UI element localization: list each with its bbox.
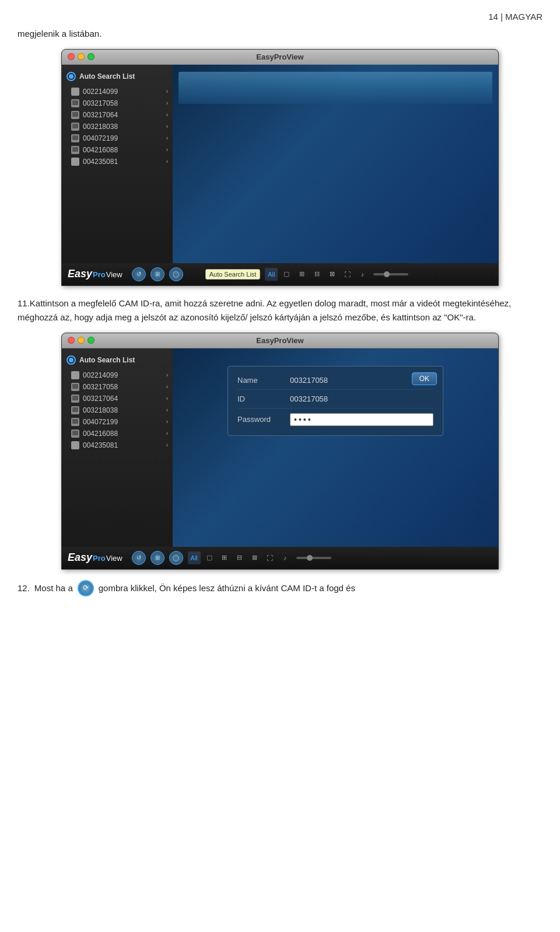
camera-icon [71, 383, 79, 391]
app-sidebar-2: Auto Search List 002214099›003217058›003… [62, 348, 173, 547]
camera-icon [71, 430, 79, 438]
dialog-row: Name003217058 [237, 376, 433, 390]
sidebar-item[interactable]: 003218038› [62, 404, 173, 416]
dialog-ok-button[interactable]: OK [412, 372, 437, 385]
t-icon-nine-1[interactable]: ⊟ [310, 268, 323, 281]
section-11-text: 11.Kattintson a megfelelő CAM ID-ra, ami… [18, 296, 542, 324]
password-dots: •••• [294, 415, 313, 424]
camera-icon [71, 395, 79, 403]
lock-icon [71, 158, 79, 166]
camera-icon [71, 111, 79, 119]
toolbar-logo-1: Easy Pro View [68, 268, 123, 280]
toolbar-btn-refresh-1[interactable]: ↺ [132, 267, 146, 281]
page-header: 14 | MAGYAR [18, 12, 542, 22]
sidebar-header-1: Auto Search List [62, 69, 173, 83]
app-body-2: Auto Search List 002214099›003217058›003… [62, 348, 498, 547]
sidebar-item[interactable]: 003217058› [62, 381, 173, 393]
camera-icon [71, 99, 79, 107]
chevron-right-icon: › [166, 146, 168, 153]
sidebar-item[interactable]: 004072199› [62, 416, 173, 428]
lock-icon [71, 88, 79, 96]
dialog-row: Password•••• [237, 413, 433, 426]
toolbar-slider-2[interactable] [296, 557, 331, 559]
dialog-field-label: Name [237, 376, 290, 385]
sidebar-item[interactable]: 004235081› [62, 439, 173, 451]
logo-pro-2: Pro [93, 554, 106, 563]
app-titlebar-2: EasyProView [62, 333, 498, 348]
inline-camera-icon: ⟳ [78, 580, 94, 596]
close-button-1[interactable] [68, 53, 75, 60]
t-icon-single-1[interactable]: ▢ [280, 268, 293, 281]
chevron-right-icon: › [166, 442, 168, 448]
chevron-right-icon: › [166, 407, 168, 413]
dialog-row: ID003217058 [237, 395, 433, 409]
sidebar-item[interactable]: 004072199› [62, 132, 173, 144]
sidebar-item-label: 004235081 [83, 158, 163, 166]
t-icon-all-2[interactable]: All [188, 551, 201, 564]
sidebar-item[interactable]: 003217064› [62, 393, 173, 404]
t-icon-fullscreen-2[interactable]: ⛶ [264, 551, 276, 564]
toolbar-btn-connect-2[interactable]: ⊞ [150, 551, 164, 565]
app-main-1 [173, 65, 498, 263]
lock-icon [71, 371, 79, 379]
window-controls-2 [68, 337, 94, 344]
t-icon-sixteen-2[interactable]: ⊠ [249, 551, 261, 564]
t-icon-single-2[interactable]: ▢ [203, 551, 216, 564]
toolbar-btn-search-1[interactable]: ◯ [169, 267, 183, 281]
maximize-button-2[interactable] [88, 337, 94, 344]
sidebar-item[interactable]: 004235081› [62, 156, 173, 167]
password-input[interactable]: •••• [290, 413, 433, 426]
window-controls-1 [68, 53, 94, 60]
app-sidebar-1: Auto Search List 002214099›003217058›003… [62, 65, 173, 263]
camera-icon [71, 418, 79, 426]
toolbar-btn-connect-1[interactable]: ⊞ [150, 267, 164, 281]
toolbar-btn-refresh-2[interactable]: ↺ [132, 551, 146, 565]
toolbar-tooltip-1: Auto Search List [205, 269, 261, 280]
toolbar-slider-1[interactable] [373, 273, 408, 275]
section12-text-after: gombra klikkel, Ön képes lesz áthúzni a … [99, 581, 355, 595]
sidebar-item-label: 004216088 [83, 430, 163, 438]
t-icon-sound-1[interactable]: ♪ [356, 268, 369, 281]
chevron-right-icon: › [166, 383, 168, 390]
t-icon-nine-2[interactable]: ⊟ [233, 551, 246, 564]
sidebar-item-label: 003217058 [83, 383, 163, 391]
dialog-field-value: 003217058 [290, 395, 433, 403]
sidebar-item[interactable]: 003218038› [62, 121, 173, 132]
maximize-button-1[interactable] [88, 53, 94, 60]
logo-easy-2: Easy [68, 551, 92, 564]
sidebar-item-label: 003218038 [83, 123, 163, 131]
sidebar-item-label: 002214099 [83, 88, 163, 96]
t-icon-sound-2[interactable]: ♪ [279, 551, 292, 564]
chevron-right-icon: › [166, 395, 168, 402]
sidebar-item[interactable]: 004216088› [62, 428, 173, 439]
t-icon-fullscreen-1[interactable]: ⛶ [341, 268, 354, 281]
chevron-right-icon: › [166, 158, 168, 165]
logo-easy-1: Easy [68, 268, 92, 280]
lock-icon [71, 441, 79, 449]
sidebar-item-label: 002214099 [83, 371, 163, 379]
toolbar-icons-2: All ▢ ⊞ ⊟ ⊠ ⛶ ♪ [188, 551, 292, 564]
t-icon-all-1[interactable]: All [265, 268, 278, 281]
app-toolbar-1: Easy Pro View ↺ ⊞ ◯ Auto Search List All… [62, 263, 498, 285]
toolbar-btn-search-2[interactable]: ◯ [169, 551, 183, 565]
sidebar-item[interactable]: 003217058› [62, 97, 173, 109]
sidebar-item[interactable]: 002214099› [62, 369, 173, 381]
t-icon-sixteen-1[interactable]: ⊠ [326, 268, 338, 281]
logo-view-1: View [106, 270, 123, 279]
app-window-2: EasyProView Auto Search List 002214099›0… [61, 333, 499, 570]
minimize-button-2[interactable] [78, 337, 85, 344]
t-icon-quad-2[interactable]: ⊞ [218, 551, 231, 564]
t-icon-quad-1[interactable]: ⊞ [295, 268, 308, 281]
tooltip-box-1: Auto Search List [205, 269, 261, 280]
sidebar-item[interactable]: 004216088› [62, 144, 173, 156]
sidebar-item-label: 003217064 [83, 111, 163, 119]
sidebar-item-label: 003217058 [83, 99, 163, 107]
chevron-right-icon: › [166, 123, 168, 130]
sidebar-item[interactable]: 003217064› [62, 109, 173, 121]
chevron-right-icon: › [166, 135, 168, 141]
app-main-2: OK Name003217058ID003217058Password•••• [173, 348, 498, 547]
close-button-2[interactable] [68, 337, 75, 344]
minimize-button-1[interactable] [78, 53, 85, 60]
camera-icon [71, 146, 79, 154]
sidebar-item[interactable]: 002214099› [62, 86, 173, 97]
